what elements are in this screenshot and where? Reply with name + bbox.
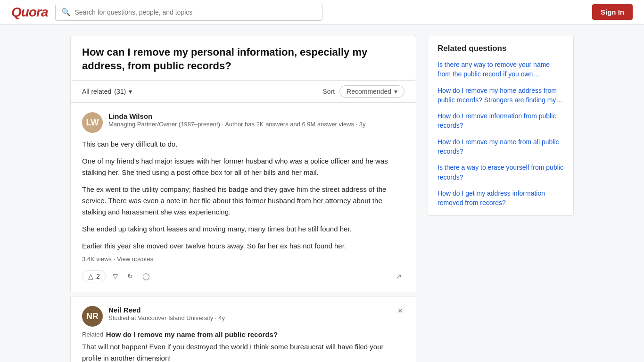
header: Quora 🔍 Sign In (0, 0, 644, 25)
related-question-text[interactable]: How do I remove my name from all public … (106, 330, 278, 338)
answer-paragraph: One of my friend's had major issues with… (82, 156, 405, 178)
view-count: 3.4K views · (82, 255, 115, 263)
author-info: Linda Wilson Managing Partner/Owner (198… (108, 112, 405, 129)
downvote-button[interactable]: ▽ (110, 271, 121, 282)
quora-logo[interactable]: Quora (11, 5, 48, 20)
downvote-icon: ▽ (113, 272, 118, 280)
sort-section: Sort Recommended ▾ (322, 85, 405, 98)
sign-in-button[interactable]: Sign In (592, 4, 633, 20)
comment-button[interactable]: ◯ (140, 271, 153, 282)
upvote-button[interactable]: △ 2 (82, 270, 106, 282)
author-meta: Managing Partner/Owner (1987–present) · … (108, 120, 405, 129)
answer-text: This can be very difficult to do. One of… (82, 139, 405, 252)
author-info: Neil Reed Studied at Vancouver Island Un… (108, 306, 396, 322)
answer-card: LW Linda Wilson Managing Partner/Owner (… (70, 103, 416, 292)
related-question-link[interactable]: Is there any way to remove your name fro… (438, 61, 550, 78)
avatar: LW (82, 112, 103, 133)
page-layout: How can I remove my personal information… (63, 25, 581, 362)
sort-dropdown[interactable]: Recommended ▾ (339, 85, 405, 98)
share-button[interactable]: ↗ (393, 271, 405, 282)
search-bar: 🔍 (55, 4, 322, 21)
all-related-label: All related (82, 88, 111, 95)
related-question-item: Is there a way to erase yourself from pu… (438, 163, 564, 182)
sort-chevron-icon: ▾ (394, 88, 397, 95)
refresh-button[interactable]: ↻ (124, 271, 136, 282)
sidebar: Related questions Is there any way to re… (428, 36, 574, 216)
related-questions-card: Related questions Is there any way to re… (428, 36, 574, 216)
comment-icon: ◯ (142, 272, 150, 280)
author-meta: Studied at Vancouver Island University ·… (108, 314, 396, 322)
answer-paragraph: That will not happen! Even if you destro… (82, 341, 405, 362)
related-question-item: How do I get my address information remo… (438, 189, 564, 208)
related-questions-title: Related questions (438, 44, 564, 53)
author-row: NR Neil Reed Studied at Vancouver Island… (82, 306, 396, 327)
answer-stats: 3.4K views · View upvotes (82, 255, 405, 263)
close-icon: × (397, 306, 403, 315)
main-content: How can I remove my personal information… (70, 36, 416, 362)
chevron-down-icon: ▾ (129, 88, 132, 95)
related-question-link[interactable]: How do I get my address information remo… (438, 189, 545, 206)
avatar: NR (82, 306, 103, 327)
share-icon: ↗ (396, 272, 402, 280)
related-question-link[interactable]: How do I remove my name from all public … (438, 138, 559, 155)
close-button[interactable]: × (396, 306, 405, 316)
upvote-icon: △ (88, 272, 93, 280)
upvote-count: 2 (96, 272, 100, 280)
answer-paragraph: Earlier this year she moved over twelve … (82, 240, 405, 252)
related-question-item: How do I remove my name from all public … (438, 137, 564, 156)
related-tag: Related How do I remove my name from all… (82, 330, 405, 338)
answers-header: All related (31) ▾ Sort Recommended ▾ (70, 81, 416, 103)
sort-value: Recommended (347, 88, 391, 95)
related-question-link[interactable]: How do I remove information from public … (438, 112, 556, 129)
question-card: How can I remove my personal information… (70, 36, 416, 81)
related-question-item: Is there any way to remove your name fro… (438, 60, 564, 79)
neil-header: NR Neil Reed Studied at Vancouver Island… (82, 306, 405, 330)
view-upvotes-link[interactable]: View upvotes (117, 255, 153, 263)
answer-text: That will not happen! Even if you destro… (82, 341, 405, 362)
related-question-link[interactable]: How do I remove my home address from pub… (438, 87, 562, 104)
search-input[interactable] (74, 8, 316, 16)
answer-paragraph: She ended up taking short leases and mov… (82, 223, 405, 235)
related-question-link[interactable]: Is there a way to erase yourself from pu… (438, 164, 563, 181)
sort-label: Sort (322, 88, 335, 95)
related-question-item: How do I remove information from public … (438, 111, 564, 131)
author-name[interactable]: Linda Wilson (108, 112, 405, 120)
question-title: How can I remove my personal information… (82, 46, 405, 73)
author-name[interactable]: Neil Reed (108, 306, 396, 314)
all-related-count: (31) (114, 88, 126, 95)
all-related-filter[interactable]: All related (31) ▾ (82, 88, 132, 95)
answer-paragraph: This can be very difficult to do. (82, 139, 405, 150)
answer-card-neil: NR Neil Reed Studied at Vancouver Island… (70, 296, 416, 362)
search-icon: 🔍 (61, 8, 71, 16)
answer-actions: △ 2 ▽ ↻ ◯ ↗ (82, 267, 405, 282)
answer-paragraph: The ex went to the utility company; flas… (82, 184, 405, 218)
refresh-icon: ↻ (127, 272, 133, 280)
related-label: Related (82, 331, 103, 338)
author-row: LW Linda Wilson Managing Partner/Owner (… (82, 112, 405, 133)
related-question-item: How do I remove my home address from pub… (438, 86, 564, 105)
